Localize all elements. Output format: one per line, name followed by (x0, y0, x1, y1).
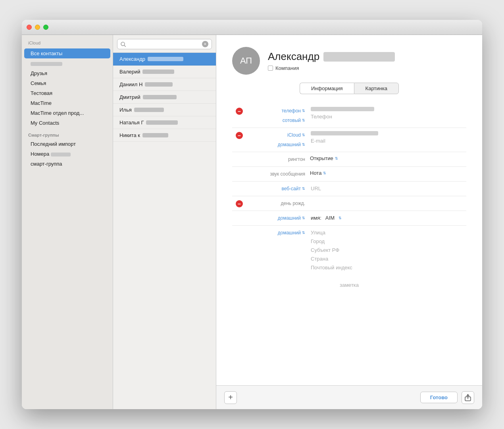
stepper-icon: ⇅ (302, 131, 305, 139)
blurred-label (31, 62, 62, 66)
field-label-col: веб-сайт ⇅ (246, 185, 310, 193)
sidebar-item-last-import[interactable]: Последний импорт (24, 139, 110, 149)
im-value: имя: AIM ⇅ (310, 214, 466, 222)
address-city[interactable]: Город (310, 238, 466, 245)
tab-picture[interactable]: Картинка (354, 83, 399, 94)
im-type-label[interactable]: домашний ⇅ (246, 214, 305, 222)
tab-info[interactable]: Информация (300, 83, 354, 94)
website-placeholder[interactable]: URL (310, 185, 466, 193)
message-sound-stepper: ⇅ (323, 171, 326, 175)
address-country[interactable]: Страна (310, 255, 466, 263)
remove-email-button[interactable] (236, 132, 243, 139)
address-type-label[interactable]: домашний ⇅ (246, 229, 305, 237)
address-street[interactable]: Улица (310, 229, 466, 237)
phone-type-label[interactable]: сотовый ⇅ (246, 116, 305, 124)
contact-last-name-blurred (145, 82, 173, 87)
birthday-label: день рожд. (246, 199, 305, 207)
field-address: домашний ⇅ Улица Город Субъект РФ Страна… (232, 226, 466, 275)
share-icon (465, 394, 471, 401)
search-input[interactable] (128, 41, 200, 47)
sidebar-item-family[interactable]: Семья (24, 78, 110, 88)
phone-label[interactable]: телефон ⇅ (246, 107, 305, 115)
list-item[interactable]: Илья (113, 104, 216, 116)
field-im: домашний ⇅ имя: AIM ⇅ (232, 211, 466, 226)
address-region[interactable]: Субъект РФ (310, 246, 466, 254)
field-value-col: E-mail (310, 131, 466, 145)
message-sound-value[interactable]: Нота ⇅ (310, 170, 466, 176)
field-action (232, 199, 246, 207)
note-placeholder[interactable]: заметка (339, 281, 360, 289)
sidebar-item-mycontacts[interactable]: My Contacts (24, 118, 110, 128)
remove-birthday-button[interactable] (236, 200, 243, 207)
email-service-label[interactable]: iCloud ⇅ (246, 131, 305, 139)
numbers-blurred (51, 153, 71, 157)
add-contact-button[interactable]: + (224, 391, 237, 404)
avatar: АП (232, 47, 260, 75)
sidebar-item-mactime[interactable]: MacTime (24, 98, 110, 108)
contact-first-name: Наталья Г (119, 120, 144, 126)
sidebar-item-mactime-dept[interactable]: MacTime отдел прод... (24, 108, 110, 118)
field-value-col: Телефон (310, 107, 466, 121)
phone-placeholder[interactable]: Телефон (310, 113, 466, 121)
field-label-col: звук сообщения (246, 170, 310, 178)
search-clear-button[interactable] (202, 41, 208, 47)
list-item[interactable]: Валерий (113, 66, 216, 78)
close-button[interactable] (27, 25, 32, 30)
bottom-bar: + Готово (216, 385, 482, 409)
list-item[interactable]: Никита к (113, 129, 216, 142)
search-icon (121, 42, 126, 47)
svg-line-1 (124, 45, 126, 47)
list-item[interactable]: Дмитрий (113, 91, 216, 104)
contact-last-name-blurred (146, 120, 178, 125)
contact-list-items: Александр Валерий Даниил Н Дмитрий (113, 53, 216, 409)
ringtone-value[interactable]: Открытие ⇅ (310, 155, 466, 161)
remove-phone-button[interactable] (236, 108, 243, 115)
contact-last-name-blurred (148, 57, 183, 61)
list-item[interactable]: Александр (113, 53, 216, 66)
company-checkbox[interactable] (268, 66, 273, 71)
tabs-row: Информация Картинка (232, 83, 466, 94)
contact-last-name-blurred (142, 133, 168, 137)
stepper-icon: ⇅ (302, 107, 305, 115)
sidebar-item-all[interactable]: Все контакты (24, 48, 110, 58)
sidebar-item-numbers[interactable]: Номера (24, 149, 110, 159)
list-item[interactable]: Наталья Г (113, 116, 216, 129)
titlebar (22, 20, 482, 35)
field-label-col: iCloud ⇅ домашний ⇅ (246, 131, 310, 149)
field-label-col: телефон ⇅ сотовый ⇅ (246, 107, 310, 124)
field-value-col: URL (310, 185, 466, 193)
field-ringtone: рингтон Открытие ⇅ (232, 152, 466, 167)
address-zip[interactable]: Почтовый индекс (310, 264, 466, 272)
main-window: iCloud Все контакты Друзья Семья Тестова… (22, 20, 482, 409)
email-type-label[interactable]: домашний ⇅ (246, 141, 305, 149)
sidebar-item-smart-group[interactable]: смарт-группа (24, 159, 110, 169)
sidebar-item-test[interactable]: Тестовая (24, 88, 110, 98)
smart-groups-header: Смарт-группы (22, 128, 113, 139)
field-message-sound: звук сообщения Нота ⇅ (232, 167, 466, 182)
contact-last-name-blurred (142, 70, 174, 74)
detail-panel: АП Александр Компания (216, 35, 482, 409)
sidebar-item-blurred1[interactable] (24, 58, 110, 68)
field-website: веб-сайт ⇅ URL (232, 182, 466, 196)
message-sound-label: звук сообщения (246, 170, 305, 178)
detail-content: АП Александр Компания (216, 35, 482, 385)
maximize-button[interactable] (43, 25, 48, 30)
website-label[interactable]: веб-сайт ⇅ (246, 185, 305, 193)
sidebar: iCloud Все контакты Друзья Семья Тестова… (22, 35, 113, 409)
contact-last-name-blurred (143, 95, 177, 99)
field-birthday: день рожд. (232, 196, 466, 211)
field-label-col: рингтон (246, 155, 310, 163)
contact-list: Александр Валерий Даниил Н Дмитрий (113, 35, 216, 409)
field-value-col: Нота ⇅ (310, 170, 466, 176)
sidebar-item-friends[interactable]: Друзья (24, 68, 110, 78)
share-button[interactable] (462, 391, 474, 404)
done-button[interactable]: Готово (420, 392, 458, 403)
contact-name-area: Александр Компания (268, 50, 395, 71)
list-item[interactable]: Даниил Н (113, 78, 216, 91)
main-content: iCloud Все контакты Друзья Семья Тестова… (22, 35, 482, 409)
field-value-col: имя: AIM ⇅ (310, 214, 466, 222)
minimize-button[interactable] (35, 25, 40, 30)
email-placeholder[interactable]: E-mail (310, 137, 466, 145)
stepper-icon: ⇅ (302, 116, 305, 124)
field-action (232, 185, 246, 186)
